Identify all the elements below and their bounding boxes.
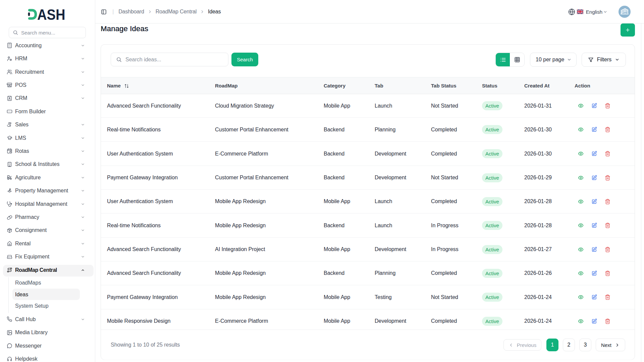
svg-text:ASH: ASH (37, 7, 65, 21)
